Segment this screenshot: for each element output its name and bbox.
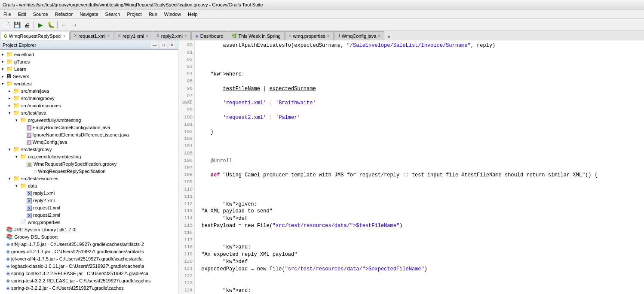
- tree-item[interactable]: ◈groovy-all-2.1.1.jar - C:\Users\f251992…: [0, 248, 178, 255]
- panel-maximize[interactable]: □: [160, 42, 167, 48]
- tree-arrow[interactable]: ▸: [2, 74, 6, 79]
- tree-item[interactable]: 📄wmq.properties: [0, 218, 178, 226]
- tree-arrow[interactable]: ▸: [9, 96, 13, 100]
- tree-item[interactable]: Xreply1.xml: [0, 189, 178, 197]
- tree-arrow[interactable]: ▾: [2, 60, 6, 64]
- tree-icon: X: [27, 212, 32, 218]
- line-number: 97: [180, 93, 193, 100]
- menu-item-search[interactable]: Search: [102, 11, 124, 18]
- tree-icon: 📁: [6, 58, 13, 65]
- tree-label: reply1.xml: [33, 191, 55, 196]
- tree-arrow[interactable]: ▾: [2, 67, 6, 71]
- menu-item-help[interactable]: Help: [184, 11, 201, 18]
- tree-icon: ○: [34, 168, 37, 174]
- menu-item-project[interactable]: Project: [123, 11, 145, 18]
- menu-item-refactor[interactable]: Refactor: [52, 11, 77, 18]
- tab-reply2-xml[interactable]: Xreply2.xml×: [153, 31, 191, 40]
- tree-item[interactable]: JIgnoreNamedElementsDifferenceListener.j…: [0, 131, 178, 138]
- tree-item[interactable]: Xreply2.xml: [0, 197, 178, 204]
- code-line: [198, 230, 641, 237]
- tree-item[interactable]: JEmptyRouteCamelConfiguration.java: [0, 124, 178, 131]
- tab-close[interactable]: ×: [107, 33, 110, 38]
- tree-item[interactable]: ▾📁Learn: [0, 65, 178, 73]
- tab-close[interactable]: ×: [63, 34, 66, 39]
- tree-item[interactable]: ▾📁org.eventfully.wmbtesting: [0, 116, 178, 124]
- menu-item-source[interactable]: Source: [30, 11, 52, 18]
- tree-item[interactable]: 📚Groovy DSL Support: [0, 233, 178, 240]
- tree-arrow[interactable]: ▾: [15, 184, 20, 188]
- toolbar-btn-3[interactable]: 🖨: [22, 20, 32, 30]
- tab-close[interactable]: ×: [378, 33, 380, 38]
- line-number: 93: [180, 64, 193, 71]
- tree-label: src/main/groovy: [21, 96, 55, 101]
- tree-item[interactable]: GWmqRequestReplySpecification.groovy: [0, 160, 178, 167]
- tab-close[interactable]: ×: [327, 33, 330, 38]
- menu-item-window[interactable]: Window: [161, 11, 184, 18]
- tab-wmqconfig-java[interactable]: JWmqConfig.java×: [334, 31, 385, 40]
- tree-arrow[interactable]: ▾: [9, 147, 13, 152]
- tree-item[interactable]: ▾📁gTunes: [0, 58, 178, 65]
- tree-label: WmqRequestReplySpecification: [38, 169, 105, 174]
- toolbar-btn-debug[interactable]: 🐛: [46, 20, 55, 30]
- tree-item[interactable]: ◈spring-tx-3.2.2.jar - C:\Users\f2519927…: [0, 284, 178, 291]
- tab-close[interactable]: ×: [184, 33, 187, 38]
- tree-item[interactable]: ▸🖥Servers: [0, 73, 178, 80]
- tree-arrow[interactable]: ▸: [9, 103, 13, 108]
- code-content[interactable]: assertXpathEvaluatesTo(expectedSurname, …: [195, 40, 644, 294]
- tree-item[interactable]: ▾📁src/test/groovy: [0, 145, 178, 153]
- tree-item[interactable]: ▸📁src/main/resources: [0, 102, 178, 109]
- line-number: 98⦿: [180, 100, 193, 107]
- tree-item[interactable]: ◈logback-classic-1.0.11.jar - C:\Users\f…: [0, 262, 178, 270]
- panel-minimize[interactable]: —: [151, 42, 158, 48]
- tab-this-week-in-spring[interactable]: 🌿This Week in Spring: [228, 31, 285, 40]
- line-number: 109: [180, 179, 193, 186]
- tree-arrow[interactable]: ▾: [9, 176, 13, 181]
- tree-item[interactable]: ▸📁src/main/java: [0, 87, 178, 94]
- tree-arrow[interactable]: ▾: [2, 52, 6, 57]
- tab-dashboard[interactable]: ◈Dashboard: [191, 31, 227, 40]
- tree-label: gTunes: [14, 59, 30, 64]
- tree-arrow[interactable]: ▾: [2, 82, 6, 86]
- tree-arrow[interactable]: ▸: [9, 89, 13, 93]
- tree-item[interactable]: ▾📁src/test/java: [0, 109, 178, 116]
- toolbar-btn-back[interactable]: ←: [59, 20, 69, 30]
- tree-icon: 📁: [13, 95, 20, 101]
- tree-item[interactable]: ▾📁data: [0, 182, 178, 189]
- tree-item[interactable]: ◈spring-test-3.2.2.RELEASE.jar - C:\User…: [0, 277, 178, 284]
- tree-item[interactable]: ▸📁src/main/groovy: [0, 94, 178, 102]
- toolbar-btn-run[interactable]: ▶: [36, 20, 45, 30]
- tree-item[interactable]: JWmqConfig.java: [0, 138, 178, 145]
- tree-item[interactable]: ○WmqRequestReplySpecification: [0, 167, 178, 175]
- tree-item[interactable]: ▾📁wmbtest: [0, 80, 178, 87]
- tree-icon: X: [27, 197, 32, 203]
- tree-item[interactable]: 📚JRE System Library [jdk1.7.0]: [0, 226, 178, 233]
- tree-arrow[interactable]: ▾: [15, 118, 20, 122]
- tab-request1-xml[interactable]: Xrequest1.xml×: [70, 31, 114, 40]
- menu-item-navigate[interactable]: Navigate: [76, 11, 101, 18]
- menu-item-run[interactable]: Run: [145, 11, 161, 18]
- tabs-overflow[interactable]: »: [385, 33, 393, 40]
- tree-icon: ◈: [6, 285, 10, 291]
- tree-item[interactable]: ▾📁excelload: [0, 51, 178, 58]
- tab-wmqrequestreplyspeci[interactable]: GWmqRequestReplySpeci×: [0, 32, 70, 40]
- toolbar-btn-1[interactable]: 📄: [2, 20, 11, 30]
- toolbar-btn-forward[interactable]: →: [70, 20, 79, 30]
- tree-item[interactable]: ◈spring-context-3.2.2.RELEASE.jar - C:\U…: [0, 270, 178, 277]
- tab-reply1-xml[interactable]: Xreply1.xml×: [114, 31, 152, 40]
- tree-arrow[interactable]: ▾: [9, 111, 13, 115]
- tree-item[interactable]: ▾📁org.eventfully.wmbtesting: [0, 153, 178, 160]
- menu-item-edit[interactable]: Edit: [15, 11, 30, 18]
- tree-item[interactable]: ◈slf4j-api-1.7.5.jar - C:\Users\f2519927…: [0, 240, 178, 248]
- tab-wmq-properties[interactable]: ≡wmq.properties×: [285, 31, 334, 40]
- toolbar-btn-2[interactable]: 💾: [12, 20, 21, 30]
- tree-icon: 📁: [6, 51, 13, 58]
- tree-icon: 📁: [20, 153, 27, 160]
- tree-item[interactable]: Xrequest1.xml: [0, 204, 178, 211]
- menu-item-file[interactable]: File: [0, 11, 15, 18]
- tree-item[interactable]: ◈jcl-over-slf4j-1.7.5.jar - C:\Users\f25…: [0, 255, 178, 262]
- tree-item[interactable]: Xrequest2.xml: [0, 211, 178, 218]
- tree-arrow[interactable]: ▾: [15, 155, 20, 159]
- tab-close[interactable]: ×: [146, 33, 148, 38]
- panel-close[interactable]: ×: [169, 42, 175, 48]
- tree-item[interactable]: ▾📁src/test/resources: [0, 175, 178, 182]
